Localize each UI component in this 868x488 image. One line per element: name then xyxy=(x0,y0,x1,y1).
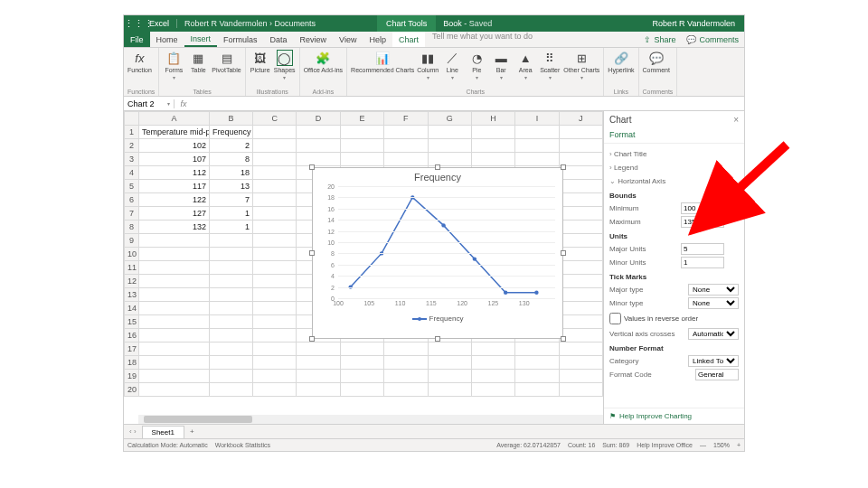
cell[interactable] xyxy=(515,126,559,139)
forms-button[interactable]: 📋Forms▾ xyxy=(163,50,184,80)
worksheet-grid[interactable]: ABCDEFGHIJ1Temperature mid-pointsFrequen… xyxy=(124,111,603,424)
row-header[interactable]: 16 xyxy=(125,329,139,343)
pivottable-button[interactable]: ▤PivotTable xyxy=(212,50,241,73)
major-units-input[interactable] xyxy=(681,243,724,255)
row-header[interactable]: 1 xyxy=(125,126,139,139)
number-category-select[interactable]: Linked To So... xyxy=(688,355,739,367)
cell[interactable] xyxy=(515,383,559,397)
cell[interactable] xyxy=(210,248,253,261)
row-header[interactable]: 14 xyxy=(125,302,139,315)
resize-handle[interactable] xyxy=(435,164,440,170)
cell[interactable] xyxy=(471,356,514,370)
row-header[interactable]: 19 xyxy=(125,370,139,383)
zoom-out-button[interactable]: — xyxy=(700,442,706,448)
cell[interactable] xyxy=(210,383,253,397)
chart-legend[interactable]: Frequency xyxy=(313,313,562,326)
picture-button[interactable]: 🖼Picture xyxy=(250,50,271,73)
doc-name[interactable]: Book xyxy=(443,19,462,28)
resize-handle[interactable] xyxy=(561,250,566,256)
cell[interactable] xyxy=(384,153,428,166)
cell[interactable] xyxy=(253,343,297,356)
cell[interactable] xyxy=(559,356,602,370)
cell[interactable]: 7 xyxy=(210,193,253,207)
cell[interactable] xyxy=(253,383,297,397)
cell[interactable] xyxy=(559,193,602,207)
tab-view[interactable]: View xyxy=(333,32,363,47)
cell[interactable] xyxy=(139,343,210,356)
account-user[interactable]: Robert R Vandermolen xyxy=(644,19,744,28)
cell[interactable] xyxy=(139,383,210,397)
cell[interactable] xyxy=(210,343,253,356)
recommended-charts-button[interactable]: 📊Recommended Charts xyxy=(351,50,414,73)
column-header[interactable]: D xyxy=(297,112,340,126)
cell[interactable] xyxy=(471,139,514,153)
area-chart-button[interactable]: ▲Area▾ xyxy=(514,50,536,80)
cell[interactable] xyxy=(428,126,471,139)
comment-button[interactable]: 💬Comment xyxy=(643,50,670,73)
addins-button[interactable]: 🧩Office Add-ins xyxy=(304,50,343,73)
cell[interactable] xyxy=(253,275,297,288)
cell[interactable] xyxy=(559,383,602,397)
apps-menu-icon[interactable]: ⋮⋮⋮ xyxy=(124,18,142,30)
cell[interactable] xyxy=(297,126,340,139)
cell[interactable] xyxy=(210,329,253,343)
cell[interactable] xyxy=(471,343,514,356)
cell[interactable]: Temperature mid-points xyxy=(139,126,210,139)
cell[interactable] xyxy=(210,315,253,329)
column-header[interactable]: F xyxy=(384,112,428,126)
pie-chart-button[interactable]: ◔Pie▾ xyxy=(466,50,487,80)
row-header[interactable]: 15 xyxy=(125,315,139,329)
tell-me-search[interactable]: Tell me what you want to do xyxy=(425,32,638,47)
cell[interactable] xyxy=(139,248,210,261)
column-chart-button[interactable]: ▮▮Column▾ xyxy=(417,50,439,80)
cell[interactable] xyxy=(139,329,210,343)
cell[interactable] xyxy=(340,343,383,356)
scrollbar-thumb[interactable] xyxy=(144,416,252,423)
cell[interactable] xyxy=(340,383,383,397)
cell[interactable]: 1 xyxy=(210,207,253,221)
cell[interactable] xyxy=(253,193,297,207)
breadcrumb[interactable]: Robert R Vandermolen › Documents xyxy=(177,19,323,28)
cell[interactable] xyxy=(340,126,383,139)
column-header[interactable]: A xyxy=(139,112,210,126)
tab-file[interactable]: File xyxy=(124,32,150,47)
chart-plot-area[interactable]: 02468101214161820 100105110115120125130 xyxy=(320,186,555,313)
cell[interactable] xyxy=(559,207,602,221)
row-header[interactable]: 20 xyxy=(125,383,139,397)
fx-button[interactable]: fx xyxy=(175,99,193,108)
function-button[interactable]: fxFunction xyxy=(127,50,152,73)
cell[interactable] xyxy=(559,288,602,302)
cell[interactable] xyxy=(428,139,471,153)
row-header[interactable]: 9 xyxy=(125,234,139,248)
cell[interactable] xyxy=(210,356,253,370)
resize-handle[interactable] xyxy=(561,164,566,170)
name-box[interactable]: Chart 2▾ xyxy=(124,99,175,108)
cell[interactable] xyxy=(515,153,559,166)
major-tick-select[interactable]: None xyxy=(688,284,739,296)
cell[interactable] xyxy=(253,153,297,166)
cell[interactable] xyxy=(340,139,383,153)
cell[interactable] xyxy=(559,343,602,356)
cell[interactable] xyxy=(515,343,559,356)
cell[interactable] xyxy=(428,383,471,397)
cell[interactable] xyxy=(297,139,340,153)
help-improve-link[interactable]: ⚑Help Improve Charting xyxy=(604,408,744,424)
cell[interactable] xyxy=(210,370,253,383)
vertical-cross-select[interactable]: Automatic xyxy=(688,328,739,340)
cell[interactable]: 127 xyxy=(139,207,210,221)
cell[interactable] xyxy=(471,383,514,397)
tab-home[interactable]: Home xyxy=(150,32,184,47)
column-header[interactable]: I xyxy=(515,112,559,126)
column-header[interactable]: J xyxy=(559,112,602,126)
shapes-button[interactable]: ◯Shapes▾ xyxy=(274,50,296,80)
cell[interactable] xyxy=(384,370,428,383)
cell[interactable] xyxy=(210,275,253,288)
cell[interactable] xyxy=(384,139,428,153)
cell[interactable] xyxy=(471,126,514,139)
cell[interactable] xyxy=(559,234,602,248)
cell[interactable] xyxy=(384,356,428,370)
tab-data[interactable]: Data xyxy=(264,32,294,47)
cell[interactable] xyxy=(253,315,297,329)
row-header[interactable]: 5 xyxy=(125,180,139,193)
cell[interactable] xyxy=(253,126,297,139)
